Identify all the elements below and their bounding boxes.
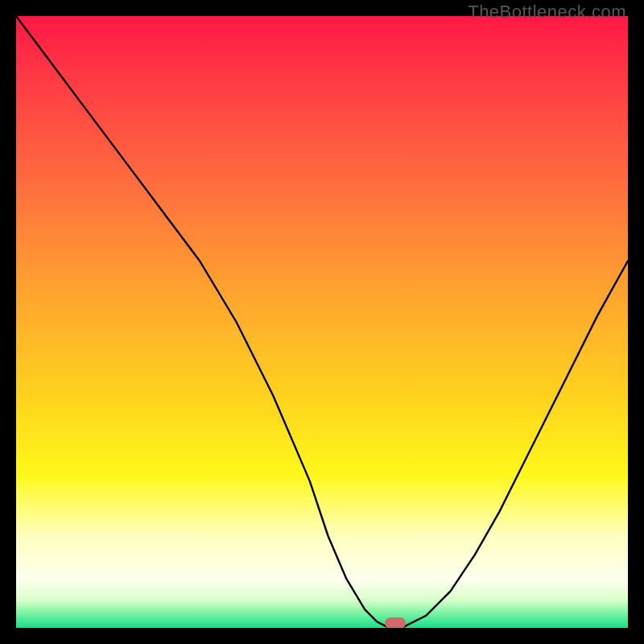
chart-frame: TheBottleneck.com xyxy=(0,0,644,644)
watermark-text: TheBottleneck.com xyxy=(468,2,626,23)
plot-area xyxy=(16,16,628,628)
bottleneck-curve xyxy=(16,16,628,628)
optimal-marker xyxy=(385,617,406,628)
